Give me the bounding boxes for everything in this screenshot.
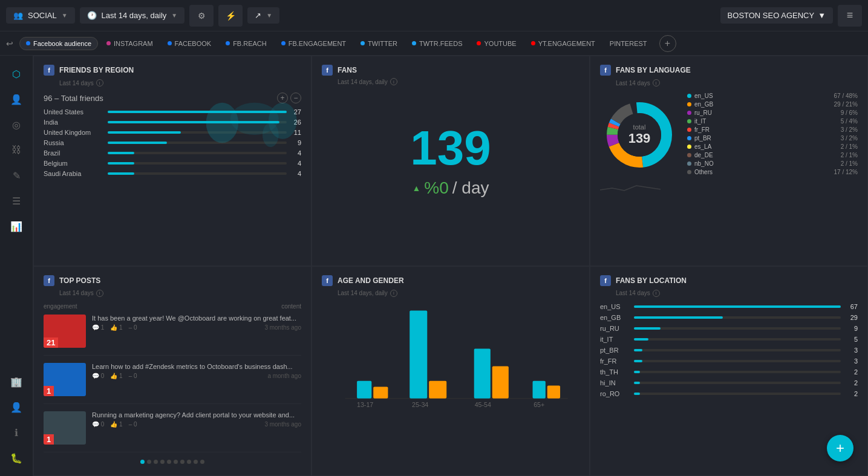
settings-icon-btn[interactable]: ⚙ — [189, 5, 214, 27]
page-dot-1[interactable] — [140, 460, 145, 464]
sidebar-globe-icon[interactable]: ◎ — [5, 114, 27, 135]
fans-by-location-widget: f FANS BY LOCATION Last 14 days i en_US … — [590, 266, 868, 477]
lang-color-dot — [687, 145, 691, 149]
page-dot-8[interactable] — [187, 460, 191, 464]
page-dot-2[interactable] — [147, 460, 151, 464]
lang-color-dot — [687, 119, 691, 123]
location-row: fr_FR 3 — [600, 357, 858, 365]
tab-instagram[interactable]: INSTAGRAM — [100, 37, 159, 50]
lang-code: it_IT — [694, 118, 716, 125]
tab-dot — [477, 41, 481, 45]
tab-back-arrow[interactable]: ↩ — [6, 39, 13, 48]
content-label: content — [281, 303, 301, 310]
tab-twitter[interactable]: TWITTER — [354, 37, 403, 50]
tab-yt-engagement[interactable]: YT.ENGAGEMENT — [525, 37, 601, 50]
post-time: 3 months ago — [264, 324, 301, 331]
region-name: United Kingdom — [44, 129, 104, 136]
tab-fb-engagement[interactable]: FB.ENGAGEMENT — [275, 37, 352, 50]
age-subtitle: Last 14 days, daily i — [322, 290, 579, 297]
sidebar-edit-icon[interactable]: ✎ — [5, 165, 27, 186]
lang-value: 29 / 21% — [834, 101, 858, 108]
add-tab-button[interactable]: + — [659, 35, 676, 52]
share-dropdown[interactable]: ↗ ▼ — [247, 7, 279, 24]
tab-facebook[interactable]: FACEBOOK — [162, 37, 218, 50]
lang-legend: en_US 67 / 48% en_GB 29 / 21% ru_RU 9 / … — [687, 93, 858, 177]
fans-total: 139 — [410, 124, 491, 172]
loc-bar — [634, 349, 642, 351]
info-icon: i — [390, 78, 397, 85]
sidebar-dashboard-icon[interactable]: ⬡ — [5, 63, 27, 85]
sidebar-bug-icon[interactable]: 🐛 — [5, 447, 27, 469]
lang-color-dot — [687, 94, 691, 98]
age-header: f AGE AND GENDER — [322, 275, 579, 286]
donut-chart: total 139 — [600, 96, 679, 174]
post-meta: 💬 1 👍 1 – 0 3 months ago — [92, 324, 301, 331]
comment-icon: 💬 0 — [92, 373, 104, 379]
age-gender-chart: 13-17 25-34 45-54 65+ — [322, 303, 579, 412]
page-dot-6[interactable] — [174, 460, 178, 464]
loc-count: 3 — [844, 357, 858, 365]
loc-code: th_TH — [600, 368, 630, 376]
sidebar-users-icon[interactable]: 👤 — [5, 88, 27, 110]
sidebar-person-icon[interactable]: 👤 — [5, 396, 27, 418]
page-dot-4[interactable] — [160, 460, 165, 464]
loc-code: en_US — [600, 303, 630, 310]
page-dot-10[interactable] — [200, 460, 204, 464]
lang-color-dot — [687, 170, 691, 174]
lightning-icon-btn[interactable]: ⚡ — [218, 5, 243, 27]
sidebar-info-icon[interactable]: ℹ — [5, 422, 27, 443]
tab-facebook-audience[interactable]: Facebook audience — [19, 37, 98, 50]
loc-count: 29 — [844, 314, 858, 321]
menu-button[interactable]: ≡ — [838, 5, 862, 27]
page-dot-5[interactable] — [167, 460, 171, 464]
svg-text:25-34: 25-34 — [412, 401, 428, 408]
page-dot-3[interactable] — [154, 460, 158, 464]
fab-add-button[interactable]: + — [827, 435, 853, 461]
lang-value: 9 / 6% — [841, 109, 858, 116]
location-row: ro_RO 2 — [600, 390, 858, 397]
sidebar: ⬡ 👤 ◎ ⛓ ✎ ☰ 📊 🏢 👤 ℹ 🐛 — [0, 56, 33, 476]
page-dot-9[interactable] — [194, 460, 198, 464]
fans-title: FANS — [338, 66, 357, 74]
loc-code: ru_RU — [600, 325, 630, 332]
social-dropdown[interactable]: 👥 SOCIAL ▼ — [6, 7, 75, 24]
sparkline — [600, 181, 661, 193]
svg-point-3 — [263, 123, 279, 147]
loc-bar-wrap — [634, 349, 841, 351]
location-header: f FANS BY LOCATION — [600, 275, 858, 286]
tab-label: FB.REACH — [233, 40, 267, 47]
tab-youtube[interactable]: YOUTUBE — [471, 37, 522, 50]
lang-legend-row: ru_RU 9 / 6% — [687, 109, 858, 116]
tab-pinterest[interactable]: PINTEREST — [604, 37, 653, 50]
tab-fb-reach[interactable]: FB.REACH — [220, 37, 273, 50]
region-bar — [108, 162, 134, 165]
region-name: United States — [44, 108, 104, 116]
agency-arrow: ▼ — [818, 11, 826, 20]
tab-twtr-feeds[interactable]: TWTR.FEEDS — [406, 37, 469, 50]
post-row: 1 Running a marketing agency? Add client… — [44, 411, 301, 452]
loc-code: en_GB — [600, 314, 630, 321]
sidebar-building-icon[interactable]: 🏢 — [5, 371, 27, 393]
location-row: th_TH 2 — [600, 368, 858, 376]
sidebar-link-icon[interactable]: ⛓ — [5, 139, 27, 161]
region-name: Russia — [44, 139, 104, 146]
lang-code: en_GB — [694, 101, 716, 108]
agency-dropdown[interactable]: BOSTON SEO AGENCY ▼ — [720, 7, 833, 24]
info-icon: i — [653, 79, 660, 86]
svg-text:13-17: 13-17 — [357, 401, 373, 408]
lang-legend-row: Others 17 / 12% — [687, 169, 858, 175]
engagement-label: engagement — [44, 303, 77, 310]
top-nav: 👥 SOCIAL ▼ 🕐 Last 14 days, daily ▼ ⚙ ⚡ ↗… — [0, 0, 868, 31]
region-name: Saudi Arabia — [44, 170, 104, 177]
loc-count: 3 — [844, 347, 858, 354]
region-bar — [108, 142, 167, 144]
date-dropdown[interactable]: 🕐 Last 14 days, daily ▼ — [80, 7, 185, 24]
sidebar-list-icon[interactable]: ☰ — [5, 190, 27, 212]
sidebar-chart-icon[interactable]: 📊 — [5, 215, 27, 237]
page-dot-7[interactable] — [180, 460, 184, 464]
fb-icon: f — [600, 65, 611, 76]
top-posts-widget: f TOP POSTS Last 14 days i engagement co… — [33, 266, 312, 477]
fans-per-day: / day — [452, 178, 489, 198]
info-icon: i — [96, 79, 103, 86]
lang-legend-row: de_DE 2 / 1% — [687, 152, 858, 158]
